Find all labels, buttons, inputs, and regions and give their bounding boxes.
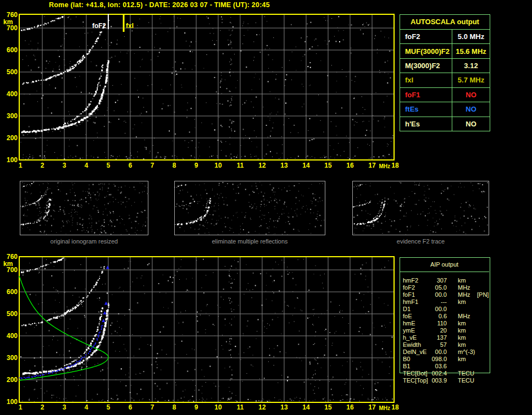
svg-text:500: 500	[7, 310, 18, 318]
aip-unit: MHz	[458, 284, 477, 291]
svg-text:14: 14	[302, 403, 310, 411]
svg-text:12: 12	[258, 403, 266, 411]
aip-table-title: AIP output	[400, 257, 489, 272]
svg-text:11: 11	[237, 403, 244, 411]
aip-gap	[447, 327, 458, 334]
aip-gap	[447, 277, 458, 284]
svg-text:600: 600	[7, 46, 18, 54]
svg-text:1: 1	[19, 162, 23, 169]
aip-value: 03.6	[429, 363, 447, 370]
svg-text:6: 6	[129, 162, 132, 169]
aip-label: foF1	[403, 291, 429, 298]
autoscala-output-table: AUTOSCALA output foF25.0 MHzMUF(3000)F21…	[400, 14, 490, 131]
aip-gap	[447, 341, 458, 348]
svg-text:17: 17	[368, 403, 376, 411]
svg-text:2: 2	[41, 162, 45, 169]
svg-text:km: km	[3, 260, 13, 268]
svg-text:760: 760	[7, 253, 18, 261]
aip-value: 110	[429, 320, 447, 327]
autoscala-row-fxi: fxI5.7 MHz	[400, 73, 490, 87]
fof2-marker: foF2	[92, 14, 108, 30]
aip-row-d1: D100.0	[400, 306, 496, 313]
aip-gap	[447, 291, 458, 298]
svg-text:13: 13	[280, 162, 288, 169]
aip-label: ymE	[403, 327, 429, 334]
thumbnail-evidence-f2-trace	[353, 181, 489, 235]
svg-text:18: 18	[391, 162, 399, 169]
autoscala-row-value: NO	[452, 88, 490, 102]
aip-value: 307	[429, 277, 447, 284]
svg-text:5: 5	[107, 162, 110, 169]
autoscala-row-fof2: foF25.0 MHz	[400, 30, 490, 44]
aip-gap	[447, 298, 458, 306]
aip-gap	[447, 320, 458, 327]
autoscala-table-title: AUTOSCALA output	[400, 15, 490, 30]
svg-text:4: 4	[85, 403, 88, 411]
aip-value: 00.0	[429, 306, 447, 313]
aip-row-foe: foE0.6MHz	[400, 313, 496, 320]
svg-text:17: 17	[368, 162, 376, 169]
svg-text:km: km	[3, 18, 13, 26]
thumbnail-caption-evidence-f2: evidence F2 trace	[352, 238, 489, 245]
svg-text:200: 200	[7, 376, 18, 384]
aip-label: hmE	[403, 320, 429, 327]
svg-text:4: 4	[85, 162, 88, 169]
top-ionogram-plot: 760700600500400300200100km12345678910111…	[3, 11, 399, 169]
aip-row-hmf1: hmF1---km	[400, 298, 496, 306]
autoscala-row-muf3000f2: MUF(3000)F215.6 MHz	[400, 44, 490, 58]
echo-noise	[20, 259, 393, 402]
svg-text:7: 7	[151, 403, 154, 411]
autoscala-row-value: 5.7 MHz	[452, 73, 490, 87]
svg-text:8: 8	[173, 403, 176, 411]
aip-row-b0: B0098.0km	[400, 356, 496, 363]
aip-unit: km	[458, 334, 477, 341]
autoscala-row-label: foF1	[400, 88, 452, 102]
autoscala-row-ftes: ftEsNO	[400, 102, 490, 117]
aip-value: 00.0	[429, 348, 447, 356]
restored-trace-marker	[106, 265, 109, 269]
autoscala-row-label: h'Es	[400, 117, 452, 131]
svg-text:15: 15	[324, 403, 332, 411]
svg-text:100: 100	[7, 156, 18, 164]
aip-row-yme: ymE20km	[400, 327, 496, 334]
autoscala-row-value: NO	[452, 102, 490, 116]
autoscala-row-label: MUF(3000)F2	[400, 44, 452, 58]
fxi-marker: fxI	[124, 14, 134, 32]
aip-label: hmF1	[403, 298, 429, 306]
aip-unit: TECU	[458, 370, 477, 377]
aip-label: B1	[403, 363, 429, 370]
autoscala-row-label: ftEs	[400, 102, 452, 116]
aip-extra: [PN]	[477, 291, 489, 298]
aip-label: B0	[403, 356, 429, 363]
svg-text:9: 9	[195, 403, 198, 411]
thumbnail-eliminate-reflections	[174, 181, 325, 235]
svg-text:11: 11	[237, 162, 244, 169]
svg-text:500: 500	[7, 68, 18, 76]
plot-grid	[19, 14, 394, 160]
aip-row-hme: hmE110km	[400, 320, 496, 327]
svg-text:18: 18	[391, 403, 399, 411]
aip-value: 20	[429, 327, 447, 334]
f2-trace-2nd-hop-x-mode	[48, 55, 84, 79]
bottom-ionogram-plot: 760700600500400300200100km12345678910111…	[3, 253, 399, 411]
aip-row-hve: h_vE137km	[400, 334, 496, 341]
aip-unit: m^(-3)	[458, 348, 477, 356]
svg-text:300: 300	[7, 354, 18, 362]
aip-value: 57	[429, 341, 447, 348]
aip-unit: km	[458, 277, 477, 284]
thumbnail-original-ionogram	[20, 181, 148, 235]
svg-text:2: 2	[41, 403, 45, 411]
svg-text:6: 6	[129, 403, 132, 411]
thumbnail-caption-eliminate: eliminate multiple reflections	[174, 238, 325, 245]
aip-row-ewidth: Ewidth57km	[400, 341, 496, 348]
svg-text:12: 12	[258, 162, 266, 169]
aip-unit	[458, 363, 477, 370]
f2-trace-2nd-hop	[23, 24, 105, 85]
svg-text:3: 3	[63, 403, 66, 411]
svg-text:14: 14	[302, 162, 310, 169]
aip-label: foE	[403, 313, 429, 320]
svg-text:10: 10	[214, 403, 222, 411]
aip-value: 003.9	[429, 377, 447, 384]
aip-value: 002.4	[429, 370, 447, 377]
autoscala-row-label: foF2	[400, 30, 452, 43]
